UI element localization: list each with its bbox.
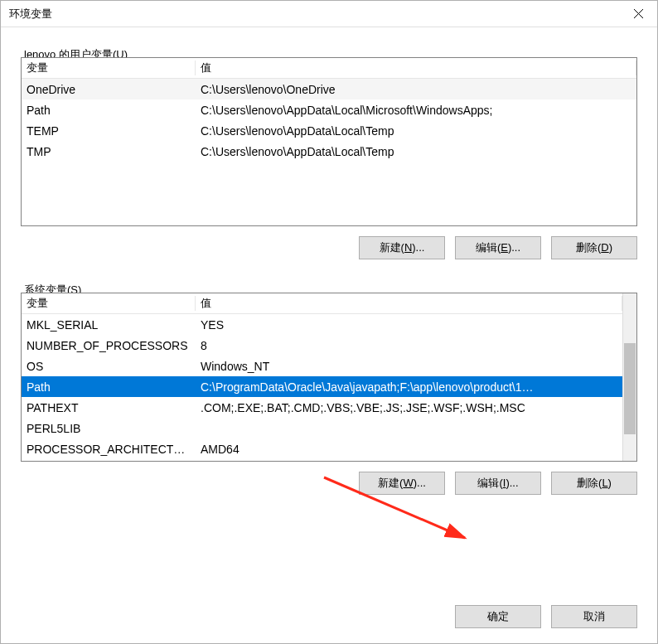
- system-vars-list[interactable]: 变量 值 MKL_SERIAL YES NUMBER_OF_PROCESSORS…: [21, 293, 637, 462]
- var-name: PERL5LIB: [22, 422, 196, 435]
- var-name: MKL_SERIAL: [22, 318, 196, 332]
- close-button[interactable]: [619, 1, 657, 27]
- table-row[interactable]: TEMP C:\Users\lenovo\AppData\Local\Temp: [22, 120, 636, 141]
- table-row[interactable]: PERL5LIB: [22, 418, 622, 438]
- table-row[interactable]: Path C:\Users\lenovo\AppData\Local\Micro…: [22, 99, 636, 120]
- user-vars-header: 变量 值: [22, 58, 636, 79]
- var-name: TMP: [22, 145, 196, 158]
- var-value: .COM;.EXE;.BAT;.CMD;.VBS;.VBE;.JS;.JSE;.…: [196, 401, 622, 414]
- var-value: Windows_NT: [196, 360, 622, 373]
- table-row[interactable]: PROCESSOR_ARCHITECTURE AMD64: [22, 438, 622, 459]
- table-row[interactable]: NUMBER_OF_PROCESSORS 8: [22, 335, 622, 356]
- user-vars-list[interactable]: 变量 值 OneDrive C:\Users\lenovo\OneDrive P…: [21, 57, 637, 226]
- var-name: NUMBER_OF_PROCESSORS: [22, 339, 196, 352]
- system-vars-buttons: 新建(W)... 编辑(I)... 删除(L): [21, 462, 637, 498]
- table-row[interactable]: OneDrive C:\Users\lenovo\OneDrive: [22, 79, 636, 99]
- var-value: 8: [196, 339, 622, 352]
- var-name: OS: [22, 360, 196, 373]
- ok-button[interactable]: 确定: [455, 605, 541, 628]
- col-header-name[interactable]: 变量: [22, 61, 196, 75]
- var-value: C:\Users\lenovo\AppData\Local\Microsoft\…: [196, 104, 636, 117]
- table-row[interactable]: MKL_SERIAL YES: [22, 314, 622, 335]
- var-name: Path: [22, 104, 196, 117]
- titlebar: 环境变量: [1, 1, 657, 27]
- user-vars-group: lenovo 的用户变量(U) 变量 值 OneDrive C:\Users\l…: [21, 42, 637, 263]
- user-edit-button[interactable]: 编辑(E)...: [455, 236, 541, 259]
- scrollbar[interactable]: [622, 293, 636, 461]
- system-vars-header: 变量 值: [22, 293, 622, 314]
- dialog-content: lenovo 的用户变量(U) 变量 值 OneDrive C:\Users\l…: [1, 27, 657, 643]
- scrollbar-thumb[interactable]: [624, 343, 636, 434]
- table-row[interactable]: OS Windows_NT: [22, 356, 622, 376]
- var-value: C:\Users\lenovo\AppData\Local\Temp: [196, 124, 636, 138]
- table-row[interactable]: PATHEXT .COM;.EXE;.BAT;.CMD;.VBS;.VBE;.J…: [22, 397, 622, 418]
- window-title: 环境变量: [9, 7, 52, 22]
- env-vars-dialog: 环境变量 lenovo 的用户变量(U) 变量 值 OneDrive C:\Us…: [0, 0, 658, 644]
- var-value: C:\Users\lenovo\AppData\Local\Temp: [196, 145, 636, 158]
- var-name: TEMP: [22, 124, 196, 138]
- var-value: C:\ProgramData\Oracle\Java\javapath;F:\a…: [196, 380, 622, 394]
- cancel-button[interactable]: 取消: [551, 605, 637, 628]
- system-vars-group: 系统变量(S) 变量 值 MKL_SERIAL YES NUMBER_OF_PR…: [21, 278, 637, 498]
- table-row-selected[interactable]: Path C:\ProgramData\Oracle\Java\javapath…: [22, 376, 622, 397]
- var-value: YES: [196, 318, 622, 332]
- user-vars-buttons: 新建(N)... 编辑(E)... 删除(D): [21, 226, 637, 263]
- dialog-footer: 确定 取消: [455, 605, 637, 628]
- var-value: AMD64: [196, 443, 622, 456]
- system-new-button[interactable]: 新建(W)...: [359, 472, 445, 495]
- var-name: OneDrive: [22, 83, 196, 96]
- col-header-value[interactable]: 值: [196, 61, 636, 75]
- system-edit-button[interactable]: 编辑(I)...: [455, 472, 541, 495]
- col-header-value[interactable]: 值: [196, 296, 622, 311]
- var-value: C:\Users\lenovo\OneDrive: [196, 83, 636, 96]
- var-name: PATHEXT: [22, 401, 196, 414]
- table-row[interactable]: TMP C:\Users\lenovo\AppData\Local\Temp: [22, 141, 636, 162]
- system-delete-button[interactable]: 删除(L): [551, 472, 637, 495]
- user-delete-button[interactable]: 删除(D): [551, 236, 637, 259]
- user-new-button[interactable]: 新建(N)...: [359, 236, 445, 259]
- col-header-name[interactable]: 变量: [22, 296, 196, 311]
- var-name: Path: [22, 380, 196, 394]
- close-icon: [634, 9, 643, 18]
- var-name: PROCESSOR_ARCHITECTURE: [22, 443, 196, 456]
